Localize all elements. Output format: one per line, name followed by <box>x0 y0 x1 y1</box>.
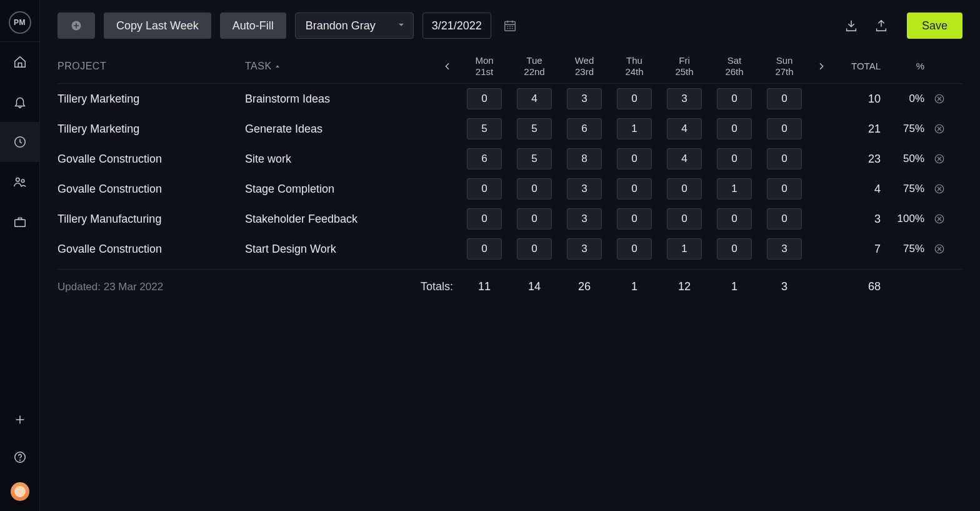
hours-input[interactable] <box>567 118 602 139</box>
nav-help[interactable] <box>0 445 40 470</box>
import-button[interactable] <box>841 15 862 36</box>
download-icon <box>844 19 858 33</box>
footer-total-tue: 14 <box>509 280 559 293</box>
add-row-button[interactable] <box>58 13 95 39</box>
hours-input[interactable] <box>517 88 552 109</box>
hours-cell <box>759 88 809 109</box>
hours-input[interactable] <box>467 178 502 200</box>
export-button[interactable] <box>871 15 892 36</box>
header-task[interactable]: TASK <box>245 61 436 72</box>
hours-cell <box>709 88 759 109</box>
cell-project: Tillery Marketing <box>58 93 245 106</box>
header-project[interactable]: PROJECT <box>58 61 245 72</box>
hours-input[interactable] <box>767 208 802 230</box>
date-input[interactable]: 3/21/2022 <box>422 13 491 39</box>
nav-home[interactable] <box>0 42 40 82</box>
hours-input[interactable] <box>617 208 652 230</box>
nav-timesheets[interactable] <box>0 122 40 162</box>
cell-project: Tillery Marketing <box>58 123 245 136</box>
bell-icon <box>13 95 27 109</box>
cell-task: Brainstorm Ideas <box>245 93 436 106</box>
hours-input[interactable] <box>517 178 552 200</box>
hours-input[interactable] <box>617 178 652 200</box>
nav-notifications[interactable] <box>0 82 40 122</box>
footer-total-sat: 1 <box>709 280 759 293</box>
cell-row-percent: 75% <box>883 243 927 255</box>
cell-project: Govalle Construction <box>58 183 245 196</box>
hours-cell <box>659 178 709 200</box>
hours-input[interactable] <box>467 148 502 169</box>
hours-input[interactable] <box>717 88 752 109</box>
hours-input[interactable] <box>767 88 802 109</box>
nav-add[interactable] <box>0 407 40 432</box>
hours-cell <box>759 208 809 230</box>
hours-input[interactable] <box>767 178 802 200</box>
hours-input[interactable] <box>567 178 602 200</box>
hours-input[interactable] <box>467 208 502 230</box>
calendar-button[interactable] <box>500 13 520 39</box>
hours-input[interactable] <box>767 238 802 260</box>
updated-label: Updated: 23 Mar 2022 <box>58 281 245 293</box>
hours-input[interactable] <box>567 148 602 169</box>
hours-input[interactable] <box>567 88 602 109</box>
hours-input[interactable] <box>667 88 702 109</box>
hours-input[interactable] <box>567 208 602 230</box>
hours-input[interactable] <box>717 208 752 230</box>
hours-input[interactable] <box>517 208 552 230</box>
hours-input[interactable] <box>517 118 552 139</box>
hours-input[interactable] <box>617 238 652 260</box>
avatar[interactable] <box>11 482 29 501</box>
delete-row-button[interactable] <box>927 153 952 164</box>
hours-input[interactable] <box>667 208 702 230</box>
delete-row-button[interactable] <box>927 183 952 195</box>
nav-projects[interactable] <box>0 202 40 242</box>
auto-fill-button[interactable]: Auto-Fill <box>220 13 286 39</box>
hours-input[interactable] <box>717 118 752 139</box>
hours-input[interactable] <box>617 88 652 109</box>
hours-input[interactable] <box>667 238 702 260</box>
table-row: Govalle ConstructionStage Completion475% <box>58 174 962 204</box>
next-week-button[interactable] <box>809 61 833 71</box>
hours-input[interactable] <box>667 178 702 200</box>
copy-last-week-button[interactable]: Copy Last Week <box>104 13 211 39</box>
svg-rect-3 <box>14 220 25 226</box>
hours-input[interactable] <box>717 178 752 200</box>
hours-cell <box>459 178 509 200</box>
cell-task: Generate Ideas <box>245 123 436 136</box>
prev-week-button[interactable] <box>436 61 459 71</box>
hours-cell <box>559 238 609 260</box>
save-button[interactable]: Save <box>907 13 962 39</box>
hours-input[interactable] <box>567 238 602 260</box>
hours-cell <box>709 118 759 139</box>
hours-input[interactable] <box>667 148 702 169</box>
svg-point-2 <box>21 180 24 183</box>
hours-input[interactable] <box>717 148 752 169</box>
header-day-fri: Fri25th <box>659 55 709 78</box>
hours-input[interactable] <box>467 88 502 109</box>
hours-cell <box>659 118 709 139</box>
nav-team[interactable] <box>0 162 40 202</box>
hours-cell <box>609 148 659 169</box>
user-select[interactable]: Brandon Gray <box>295 13 414 39</box>
hours-input[interactable] <box>517 148 552 169</box>
delete-row-button[interactable] <box>927 123 952 134</box>
hours-input[interactable] <box>717 238 752 260</box>
hours-input[interactable] <box>467 238 502 260</box>
hours-cell <box>459 88 509 109</box>
hours-input[interactable] <box>767 118 802 139</box>
calendar-icon <box>503 19 517 33</box>
hours-input[interactable] <box>617 118 652 139</box>
toolbar: Copy Last Week Auto-Fill Brandon Gray 3/… <box>40 0 980 49</box>
hours-input[interactable] <box>767 148 802 169</box>
delete-row-button[interactable] <box>927 213 952 225</box>
cell-task: Stage Completion <box>245 183 436 196</box>
hours-input[interactable] <box>667 118 702 139</box>
close-circle-icon <box>934 93 945 104</box>
delete-row-button[interactable] <box>927 243 952 255</box>
hours-input[interactable] <box>467 118 502 139</box>
cell-row-percent: 0% <box>883 93 927 105</box>
hours-input[interactable] <box>517 238 552 260</box>
delete-row-button[interactable] <box>927 93 952 104</box>
hours-cell <box>659 88 709 109</box>
hours-input[interactable] <box>617 148 652 169</box>
